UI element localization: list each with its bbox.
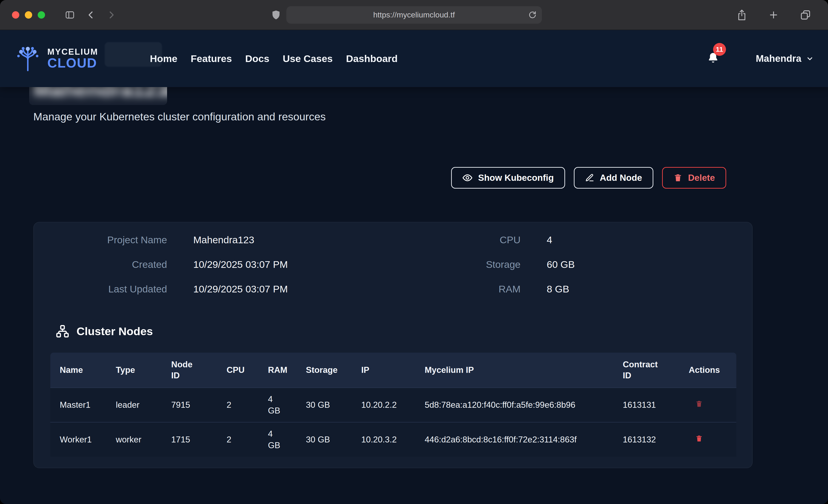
col-name: Name xyxy=(50,352,107,388)
delete-node-button[interactable] xyxy=(689,400,703,409)
delete-label: Delete xyxy=(688,173,715,183)
pencil-icon xyxy=(585,173,594,182)
cell-contract-id: 1613131 xyxy=(613,388,679,422)
last-updated-value: 10/29/2025 03:07 PM xyxy=(193,284,425,295)
created-value: 10/29/2025 03:07 PM xyxy=(193,259,425,270)
col-ip: IP xyxy=(352,352,415,388)
cell-storage: 30 GB xyxy=(296,388,352,422)
table-row: Worker1 worker 1715 2 4 GB 30 GB 10.20.3… xyxy=(50,422,736,457)
sidebar-toggle-icon[interactable] xyxy=(64,10,76,20)
tab-overview-icon[interactable] xyxy=(800,9,811,20)
info-label: Created xyxy=(54,259,167,270)
traffic-lights xyxy=(12,11,45,18)
site-navbar: MYCELIUM CLOUD Home Features Docs Use Ca… xyxy=(0,30,828,87)
info-label: Project Name xyxy=(54,234,167,246)
cell-mycelium-ip: 446:d2a6:8bcd:8c16:ff0f:72e2:3114:863f xyxy=(415,422,613,457)
brand-line2: CLOUD xyxy=(47,56,98,70)
mycelium-logo-icon xyxy=(14,45,41,72)
nodes-table: Name Type Node ID CPU RAM Storage IP Myc… xyxy=(50,352,736,457)
cell-cpu: 2 xyxy=(217,422,258,457)
user-menu[interactable]: Mahendra xyxy=(756,53,814,64)
cell-node-id: 7915 xyxy=(162,388,217,422)
cpu-value: 4 xyxy=(547,234,736,246)
cell-storage: 30 GB xyxy=(296,422,352,457)
col-type: Type xyxy=(107,352,162,388)
ram-value: 8 GB xyxy=(547,284,736,295)
cell-actions xyxy=(679,422,736,457)
address-bar[interactable]: https://myceliumcloud.tf xyxy=(286,6,542,24)
col-mycelium-ip: Mycelium IP xyxy=(415,352,613,388)
col-actions: Actions xyxy=(679,352,736,388)
cell-cpu: 2 xyxy=(217,388,258,422)
table-header-row: Name Type Node ID CPU RAM Storage IP Myc… xyxy=(50,352,736,388)
reload-icon[interactable] xyxy=(528,10,537,19)
chevron-down-icon xyxy=(806,55,814,62)
show-kubeconfig-button[interactable]: Show Kubeconfig xyxy=(451,167,565,188)
notifications-button[interactable]: 11 xyxy=(707,52,719,66)
table-row: Master1 leader 7915 2 4 GB 30 GB 10.20.2… xyxy=(50,388,736,422)
col-cpu: CPU xyxy=(217,352,258,388)
delete-cluster-button[interactable]: Delete xyxy=(662,167,726,188)
nav-links: Home Features Docs Use Cases Dashboard xyxy=(150,53,398,64)
cell-ip: 10.20.3.2 xyxy=(352,422,415,457)
nav-link-use-cases[interactable]: Use Cases xyxy=(283,53,333,64)
browser-chrome: https://myceliumcloud.tf xyxy=(0,0,828,30)
storage-value: 60 GB xyxy=(547,259,736,270)
section-title: Cluster Nodes xyxy=(77,325,153,338)
page-subtitle: Manage your Kubernetes cluster configura… xyxy=(33,110,753,123)
back-icon[interactable] xyxy=(86,10,96,20)
nav-link-features[interactable]: Features xyxy=(191,53,232,64)
project-name-value: Mahendra123 xyxy=(193,234,425,246)
cluster-nodes-heading: Cluster Nodes xyxy=(55,324,736,338)
trash-icon xyxy=(673,173,682,182)
cell-type: worker xyxy=(107,422,162,457)
privacy-shield-icon[interactable] xyxy=(271,9,281,21)
nav-link-docs[interactable]: Docs xyxy=(245,53,270,64)
cell-actions xyxy=(679,388,736,422)
cluster-card: Project Name Mahendra123 CPU 4 Created 1… xyxy=(33,222,753,468)
address-bar-url: https://myceliumcloud.tf xyxy=(373,10,455,19)
cell-ram: 4 GB xyxy=(258,388,296,422)
cell-ram: 4 GB xyxy=(258,422,296,457)
trash-icon xyxy=(695,435,703,443)
cell-name: Master1 xyxy=(50,388,107,422)
col-contract-id: Contract ID xyxy=(613,352,679,388)
browser-window: https://myceliumcloud.tf xyxy=(0,0,828,504)
trash-icon xyxy=(695,400,703,408)
cell-node-id: 1715 xyxy=(162,422,217,457)
new-tab-icon[interactable] xyxy=(768,10,779,20)
col-ram: RAM xyxy=(258,352,296,388)
info-label: RAM xyxy=(452,284,521,295)
blurred-region xyxy=(105,42,162,67)
close-window-button[interactable] xyxy=(12,11,19,18)
cell-name: Worker1 xyxy=(50,422,107,457)
info-label: Last Updated xyxy=(54,284,167,295)
eye-icon xyxy=(462,173,472,183)
col-storage: Storage xyxy=(296,352,352,388)
forward-icon[interactable] xyxy=(106,10,116,20)
add-node-label: Add Node xyxy=(600,173,642,183)
notification-badge: 11 xyxy=(713,43,726,56)
minimize-window-button[interactable] xyxy=(25,11,32,18)
cell-mycelium-ip: 5d8:78ea:a120:f40c:ff0f:a5fe:99e6:8b96 xyxy=(415,388,613,422)
zoom-window-button[interactable] xyxy=(38,11,45,18)
info-label: CPU xyxy=(452,234,521,246)
cluster-actions: Show Kubeconfig Add Node Delete xyxy=(33,167,753,188)
network-icon xyxy=(55,324,70,338)
cell-type: leader xyxy=(107,388,162,422)
add-node-button[interactable]: Add Node xyxy=(574,167,653,188)
cell-contract-id: 1613132 xyxy=(613,422,679,457)
col-node-id: Node ID xyxy=(162,352,217,388)
main-content: Mahendra123 Manage your Kubernetes clust… xyxy=(0,77,828,468)
info-label: Storage xyxy=(452,259,521,270)
cell-ip: 10.20.2.2 xyxy=(352,388,415,422)
user-name: Mahendra xyxy=(756,53,801,64)
cluster-info-grid: Project Name Mahendra123 CPU 4 Created 1… xyxy=(50,234,736,295)
brand-logo[interactable]: MYCELIUM CLOUD xyxy=(14,45,98,72)
delete-node-button[interactable] xyxy=(689,435,703,443)
brand-line1: MYCELIUM xyxy=(47,48,98,56)
show-kubeconfig-label: Show Kubeconfig xyxy=(478,173,553,183)
nav-link-dashboard[interactable]: Dashboard xyxy=(346,53,398,64)
share-icon[interactable] xyxy=(737,9,747,21)
